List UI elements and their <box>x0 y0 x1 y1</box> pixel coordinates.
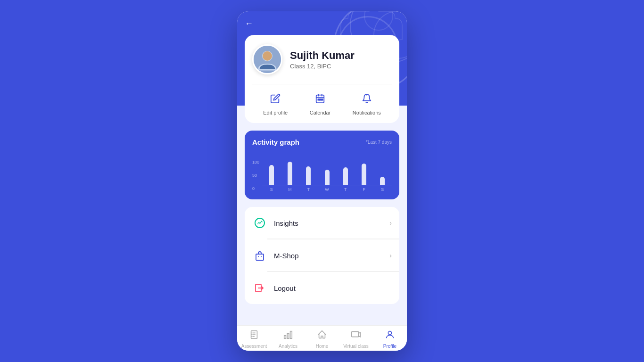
day-label-M: M <box>285 187 295 192</box>
bar-S <box>380 177 385 185</box>
profile-name: Sujith Kumar <box>290 49 355 62</box>
svg-rect-16 <box>256 254 264 260</box>
analytics-nav-label: Analytics <box>279 344 297 349</box>
bar-M <box>288 162 292 185</box>
nav-home[interactable]: Home <box>305 329 339 349</box>
calendar-icon <box>312 90 329 107</box>
insights-icon <box>252 215 267 230</box>
y-axis-labels: 100 50 0 <box>252 160 259 192</box>
profile-actions: Edit profile Calen <box>252 84 392 115</box>
bell-icon <box>358 90 375 107</box>
day-label-T: T <box>341 187 350 192</box>
nav-virtual-class[interactable]: Virtual class <box>339 329 373 349</box>
day-label-W: W <box>322 187 332 192</box>
day-label-S: S <box>378 187 387 192</box>
activity-graph-subtitle: *Last 7 days <box>366 140 392 145</box>
day-label-S: S <box>267 187 276 192</box>
bar-W <box>325 170 330 185</box>
nav-assessment[interactable]: Assessment <box>237 329 271 349</box>
svg-point-17 <box>258 256 259 257</box>
svg-point-27 <box>252 336 252 337</box>
svg-rect-30 <box>290 331 292 339</box>
bar-group-S <box>380 177 385 185</box>
y-label-100: 100 <box>252 160 259 165</box>
avatar <box>252 44 282 74</box>
menu-section: Insights › M-Shop › <box>245 207 399 304</box>
svg-point-18 <box>261 256 262 257</box>
svg-point-15 <box>259 222 261 224</box>
nav-profile[interactable]: Profile <box>373 329 407 349</box>
bar-group-S <box>269 165 274 185</box>
analytics-nav-icon <box>283 329 293 342</box>
insights-menu-item[interactable]: Insights › <box>245 207 399 239</box>
bar-F <box>362 164 366 185</box>
edit-icon <box>267 90 284 107</box>
activity-graph-title: Activity graph <box>252 138 299 146</box>
notifications-label: Notifications <box>353 110 381 115</box>
phone-container: ← Sujith Kumar Cl <box>237 11 407 351</box>
day-label-T: T <box>304 187 313 192</box>
edit-profile-label: Edit profile <box>263 110 288 115</box>
insights-label: Insights <box>274 219 389 227</box>
assessment-nav-icon <box>249 329 259 342</box>
bars-and-labels: SMTWTFS <box>262 162 392 192</box>
mshop-chevron: › <box>389 252 392 259</box>
profile-nav-label: Profile <box>383 344 396 349</box>
bar-group-W <box>325 170 330 185</box>
notifications-button[interactable]: Notifications <box>353 90 381 115</box>
y-label-50: 50 <box>252 173 259 178</box>
svg-rect-11 <box>320 99 321 100</box>
profile-class: Class 12, BiPC <box>290 63 355 70</box>
chart-container: 100 50 0 SMTWTFS <box>252 152 392 192</box>
bar-group-M <box>288 162 292 185</box>
svg-rect-12 <box>322 99 323 100</box>
svg-rect-10 <box>318 99 319 100</box>
svg-rect-31 <box>352 332 359 337</box>
svg-point-25 <box>252 333 252 333</box>
day-label-F: F <box>359 187 369 192</box>
profile-card: Sujith Kumar Class 12, BiPC Edit profile <box>245 35 399 123</box>
svg-point-32 <box>388 331 391 335</box>
logout-label: Logout <box>274 284 392 292</box>
nav-analytics[interactable]: Analytics <box>271 329 305 349</box>
back-button[interactable]: ← <box>245 19 253 29</box>
mshop-label: M-Shop <box>274 252 389 260</box>
virtual-class-nav-icon <box>351 329 361 342</box>
insights-chevron: › <box>389 219 392 227</box>
day-labels-row: SMTWTFS <box>262 187 392 192</box>
bottom-nav: Assessment Analytics Home <box>237 325 407 351</box>
profile-header: Sujith Kumar Class 12, BiPC <box>252 44 392 74</box>
bar-S <box>269 165 274 185</box>
svg-rect-29 <box>287 333 289 338</box>
svg-rect-28 <box>284 336 286 338</box>
y-label-0: 0 <box>252 186 259 191</box>
mshop-icon <box>252 248 267 263</box>
activity-graph-header: Activity graph *Last 7 days <box>252 138 392 146</box>
calendar-button[interactable]: Calendar <box>310 90 331 115</box>
calendar-label: Calendar <box>310 110 331 115</box>
bar-T <box>306 166 311 185</box>
bar-group-T <box>306 166 311 185</box>
bar-T <box>343 167 348 185</box>
svg-point-5 <box>263 51 272 61</box>
activity-graph-card: Activity graph *Last 7 days 100 50 0 <box>245 131 399 199</box>
logout-menu-item[interactable]: Logout <box>245 272 399 304</box>
logout-icon <box>252 280 267 296</box>
bottom-spacer <box>237 304 407 312</box>
mshop-menu-item[interactable]: M-Shop › <box>245 239 399 272</box>
home-nav-icon <box>317 329 327 342</box>
home-nav-label: Home <box>316 344 329 349</box>
virtual-class-nav-label: Virtual class <box>343 344 369 349</box>
main-content: Sujith Kumar Class 12, BiPC Edit profile <box>237 11 407 325</box>
bar-group-F <box>362 164 366 185</box>
profile-nav-icon <box>385 329 395 342</box>
edit-profile-button[interactable]: Edit profile <box>263 90 288 115</box>
svg-point-26 <box>252 335 252 335</box>
profile-info: Sujith Kumar Class 12, BiPC <box>290 49 355 70</box>
bar-group-T <box>343 167 348 185</box>
bars-row <box>262 162 392 186</box>
assessment-nav-label: Assessment <box>241 344 267 349</box>
